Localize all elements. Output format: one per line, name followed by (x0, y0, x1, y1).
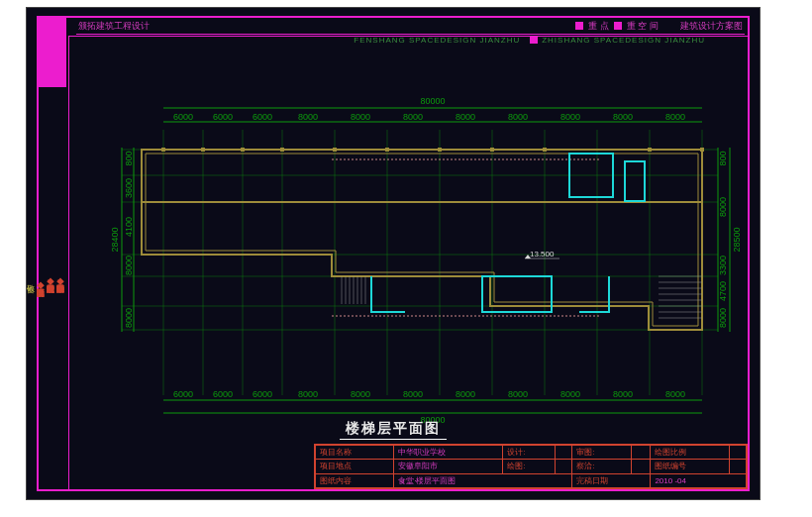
svg-text:80000: 80000 (420, 96, 445, 106)
svg-rect-87 (280, 148, 284, 152)
svg-text:3300: 3300 (718, 256, 728, 275)
svg-text:8000: 8000 (351, 389, 370, 399)
drawing-title: 楼梯层平面图 (27, 420, 760, 438)
svg-rect-86 (241, 148, 245, 152)
svg-text:8000: 8000 (613, 112, 633, 122)
svg-text:28500: 28500 (732, 227, 742, 252)
svg-text:8000: 8000 (508, 112, 528, 122)
svg-text:6000: 6000 (173, 389, 193, 399)
sidebar-notes: ◆本图版权归本公司所有未经许可不得翻印复制。 ◆若对本图或施工有疑问请及时与设计… (45, 97, 64, 460)
drawing-canvas: 80000 6000 6000 6000 8000 8000 8000 8000… (74, 42, 748, 442)
svg-text:8000: 8000 (124, 256, 134, 275)
svg-text:8000: 8000 (613, 389, 633, 399)
svg-rect-88 (333, 148, 337, 152)
svg-text:8000: 8000 (298, 112, 318, 122)
svg-rect-84 (161, 148, 165, 152)
svg-text:8000: 8000 (718, 197, 728, 217)
svg-text:6000: 6000 (253, 112, 272, 122)
svg-text:8000: 8000 (456, 112, 475, 122)
svg-text:28400: 28400 (110, 227, 120, 252)
svg-text:6000: 6000 (253, 389, 272, 399)
svg-rect-90 (438, 148, 442, 152)
svg-rect-67 (625, 161, 645, 201)
svg-text:13.500: 13.500 (530, 250, 555, 258)
svg-text:8000: 8000 (298, 389, 318, 399)
svg-text:8000: 8000 (665, 112, 685, 122)
svg-text:800: 800 (124, 151, 134, 165)
svg-text:8000: 8000 (403, 389, 423, 399)
svg-text:8000: 8000 (665, 389, 685, 399)
svg-text:6000: 6000 (173, 112, 193, 122)
svg-text:6000: 6000 (213, 389, 233, 399)
svg-text:8000: 8000 (560, 112, 580, 122)
header-strip: 颁拓建筑工程设计 重 点 重 空 间 建筑设计方案图 (76, 18, 745, 34)
svg-rect-91 (490, 148, 494, 152)
svg-text:8000: 8000 (560, 389, 580, 399)
svg-text:8000: 8000 (456, 389, 475, 399)
svg-text:8000: 8000 (124, 308, 134, 328)
svg-rect-92 (543, 148, 547, 152)
svg-text:4100: 4100 (124, 217, 134, 237)
svg-rect-89 (385, 148, 389, 152)
svg-rect-85 (201, 148, 205, 152)
svg-rect-94 (700, 148, 704, 152)
svg-text:3600: 3600 (124, 178, 134, 198)
title-block: 项目名称中华职业学校 设计: 审图: 绘图比例 项目地点安徽阜阳市 绘图: 察洽… (314, 444, 748, 489)
svg-text:800: 800 (718, 151, 728, 165)
svg-text:8000: 8000 (508, 389, 528, 399)
svg-text:6000: 6000 (213, 112, 233, 122)
logo-box (39, 18, 66, 87)
svg-text:4700: 4700 (718, 281, 728, 301)
svg-rect-93 (648, 148, 652, 152)
svg-text:8000: 8000 (403, 112, 423, 122)
svg-text:8000: 8000 (718, 308, 728, 328)
svg-text:8000: 8000 (351, 112, 370, 122)
